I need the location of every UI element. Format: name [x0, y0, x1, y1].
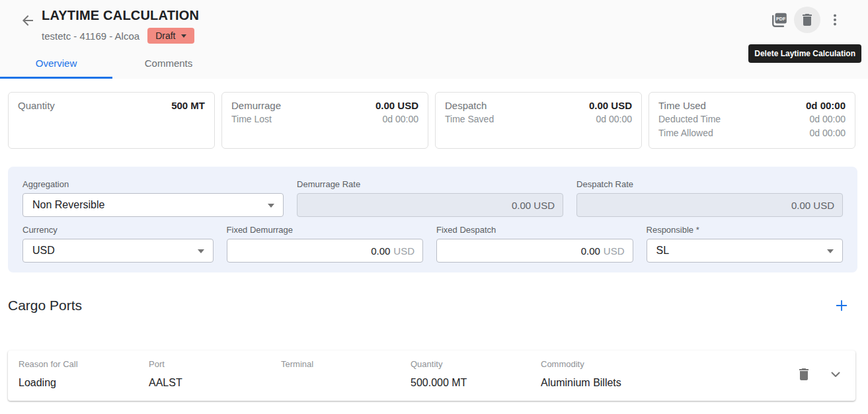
- aggregation-field: Aggregation Non Reversible: [22, 179, 284, 217]
- column-header-port: Port: [149, 359, 281, 369]
- delete-button[interactable]: [794, 7, 820, 33]
- responsible-select[interactable]: SL: [647, 239, 843, 263]
- dropdown-caret-icon: [268, 204, 274, 208]
- aggregation-select[interactable]: Non Reversible: [22, 193, 284, 217]
- currency-field: Currency USD: [22, 225, 214, 263]
- currency-unit: USD: [393, 245, 414, 257]
- demurrage-rate-value: 0.00 USD: [512, 200, 555, 211]
- summary-cards: Quantity 500 MT Demurrage 0.00 USD Time …: [8, 92, 855, 149]
- calculation-settings-panel: Aggregation Non Reversible Demurrage Rat…: [8, 167, 857, 272]
- fixed-demurrage-value: 0.00: [371, 245, 390, 257]
- demurrage-card: Demurrage 0.00 USD Time Lost 0d 00:00: [221, 92, 428, 149]
- card-label: Quantity: [18, 99, 55, 112]
- cargo-ports-title: Cargo Ports: [8, 298, 82, 313]
- cargo-row-actions: [791, 361, 849, 388]
- tab-overview[interactable]: Overview: [0, 50, 112, 79]
- column-header-terminal: Terminal: [281, 359, 411, 369]
- despatch-rate-value: 0.00 USD: [791, 200, 834, 211]
- laytime-calculation-page: LAYTIME CALCULATION testetc - 41169 - Al…: [0, 0, 868, 414]
- field-label: Fixed Despatch: [436, 225, 633, 235]
- chevron-down-icon: [828, 366, 844, 382]
- fixed-despatch-input[interactable]: 0.00 USD: [436, 239, 633, 263]
- plus-icon: [834, 298, 849, 313]
- aggregation-value: Non Reversible: [32, 199, 104, 211]
- card-label: Despatch: [445, 99, 487, 112]
- card-label: Time Allowed: [658, 126, 713, 140]
- cargo-quantity-value: 500.000 MT: [411, 376, 541, 390]
- arrow-left-icon: [20, 13, 36, 28]
- card-value: 0d 00:00: [383, 112, 419, 126]
- field-label: Aggregation: [22, 179, 284, 189]
- cargo-terminal-value: [281, 376, 411, 390]
- column-header-commodity: Commodity: [541, 359, 785, 369]
- dropdown-caret-icon: [198, 249, 204, 253]
- subtitle-row: testetc - 41169 - Alcoa Draft: [42, 28, 199, 44]
- card-value: 0.00 USD: [375, 99, 418, 112]
- delete-tooltip: Delete Laytime Calculation: [748, 44, 861, 63]
- trash-icon: [799, 12, 815, 28]
- demurrage-rate-field: Demurrage Rate 0.00 USD: [297, 179, 563, 217]
- card-label: Time Saved: [445, 112, 494, 126]
- card-value: 500 MT: [171, 99, 205, 112]
- field-label: Responsible *: [647, 225, 843, 235]
- caret-down-icon: [181, 34, 186, 38]
- voyage-reference: testetc - 41169 - Alcoa: [42, 30, 139, 42]
- cargo-commodity-value: Aluminium Billets: [541, 376, 785, 390]
- back-button[interactable]: [19, 11, 37, 30]
- status-badge[interactable]: Draft: [147, 28, 194, 44]
- time-used-card: Time Used 0d 00:00 Deducted Time 0d 00:0…: [649, 92, 855, 149]
- despatch-rate-input: 0.00 USD: [576, 193, 843, 217]
- status-badge-label: Draft: [155, 30, 175, 41]
- trash-icon: [796, 366, 812, 382]
- expand-cargo-port-button[interactable]: [822, 361, 849, 388]
- field-label: Despatch Rate: [576, 179, 843, 189]
- fixed-despatch-field: Fixed Despatch 0.00 USD: [436, 225, 633, 263]
- pdf-icon: PDF: [771, 11, 788, 28]
- quantity-card: Quantity 500 MT: [8, 92, 215, 149]
- add-cargo-port-button[interactable]: [832, 296, 851, 315]
- dropdown-caret-icon: [827, 249, 834, 253]
- export-pdf-button[interactable]: PDF: [766, 7, 793, 33]
- responsible-value: SL: [656, 245, 670, 257]
- card-label: Time Lost: [231, 112, 272, 126]
- title-block: LAYTIME CALCULATION testetc - 41169 - Al…: [42, 8, 199, 44]
- currency-value: USD: [32, 245, 55, 257]
- fixed-despatch-value: 0.00: [581, 245, 600, 257]
- tab-comments[interactable]: Comments: [112, 50, 225, 79]
- responsible-field: Responsible * SL: [647, 225, 843, 263]
- more-vert-icon: [827, 12, 843, 28]
- column-header-quantity: Quantity: [411, 359, 541, 369]
- currency-select[interactable]: USD: [22, 239, 214, 263]
- more-options-button[interactable]: [822, 7, 848, 33]
- card-value: 0d 00:00: [810, 112, 846, 126]
- card-label: Time Used: [658, 99, 706, 112]
- demurrage-rate-input: 0.00 USD: [297, 193, 563, 217]
- card-label: Demurrage: [231, 99, 281, 112]
- despatch-card: Despatch 0.00 USD Time Saved 0d 00:00: [435, 92, 642, 149]
- despatch-rate-field: Despatch Rate 0.00 USD: [576, 179, 843, 217]
- page-header: LAYTIME CALCULATION testetc - 41169 - Al…: [0, 0, 868, 79]
- cargo-port-row[interactable]: Reason for Call Port Terminal Quantity C…: [8, 351, 855, 401]
- cargo-port-grid: Reason for Call Port Terminal Quantity C…: [19, 359, 785, 390]
- currency-unit: USD: [604, 245, 625, 257]
- field-label: Demurrage Rate: [297, 179, 563, 189]
- field-label: Currency: [22, 225, 214, 235]
- header-actions: PDF: [766, 7, 848, 33]
- card-value: 0.00 USD: [589, 99, 632, 112]
- cargo-reason-value: Loading: [19, 376, 149, 390]
- fixed-demurrage-field: Fixed Demurrage 0.00 USD: [227, 225, 423, 263]
- card-label: Deducted Time: [658, 112, 721, 126]
- tab-bar: Overview Comments: [0, 50, 225, 79]
- delete-cargo-port-button[interactable]: [791, 361, 817, 388]
- column-header-reason: Reason for Call: [19, 359, 149, 369]
- page-title: LAYTIME CALCULATION: [42, 8, 199, 23]
- card-value: 0d 00:00: [810, 126, 846, 140]
- field-label: Fixed Demurrage: [227, 225, 423, 235]
- fixed-demurrage-input[interactable]: 0.00 USD: [227, 239, 423, 263]
- svg-text:PDF: PDF: [776, 17, 786, 22]
- card-value: 0d 00:00: [596, 112, 633, 126]
- cargo-port-value: AALST: [149, 376, 281, 390]
- card-value: 0d 00:00: [806, 99, 846, 112]
- cargo-ports-header: Cargo Ports: [8, 296, 851, 315]
